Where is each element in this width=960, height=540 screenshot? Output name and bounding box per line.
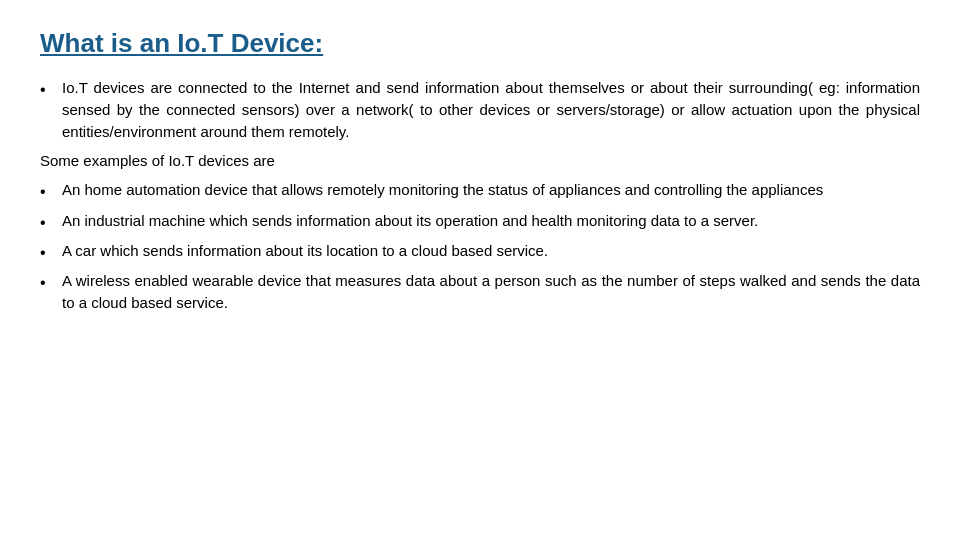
- intro-bullet-item: • Io.T devices are connected to the Inte…: [40, 77, 920, 144]
- bullet-dot-1: •: [40, 211, 58, 234]
- example-text-3: A wireless enabled wearable device that …: [62, 270, 920, 314]
- example-item-1: • An industrial machine which sends info…: [40, 210, 920, 234]
- bullet-dot-0: •: [40, 180, 58, 203]
- example-text-1: An industrial machine which sends inform…: [62, 210, 920, 232]
- page-title: What is an Io.T Device:: [40, 28, 920, 59]
- example-item-3: • A wireless enabled wearable device tha…: [40, 270, 920, 314]
- example-text-0: An home automation device that allows re…: [62, 179, 920, 201]
- bullet-dot-intro: •: [40, 78, 58, 101]
- example-item-0: • An home automation device that allows …: [40, 179, 920, 203]
- intro-section: • Io.T devices are connected to the Inte…: [40, 77, 920, 144]
- intro-bullet-text: Io.T devices are connected to the Intern…: [62, 77, 920, 144]
- bullet-dot-3: •: [40, 271, 58, 294]
- examples-section: • An home automation device that allows …: [40, 179, 920, 314]
- example-text-2: A car which sends information about its …: [62, 240, 920, 262]
- bullet-dot-2: •: [40, 241, 58, 264]
- page-container: What is an Io.T Device: • Io.T devices a…: [0, 0, 960, 540]
- example-item-2: • A car which sends information about it…: [40, 240, 920, 264]
- examples-intro-text: Some examples of Io.T devices are: [40, 150, 920, 172]
